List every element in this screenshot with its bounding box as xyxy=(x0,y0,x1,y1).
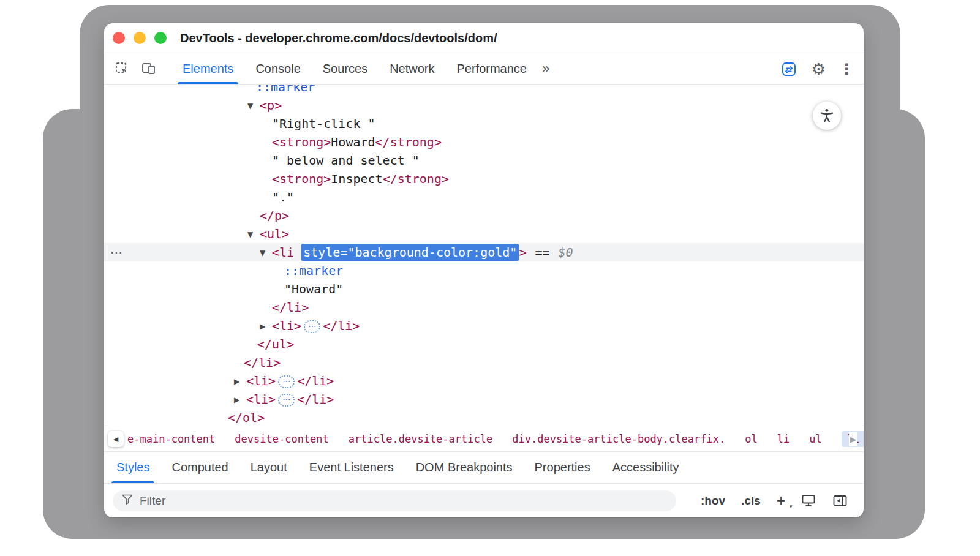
dom-node-line[interactable]: "Howard" xyxy=(104,280,864,298)
dom-node-line[interactable]: ::marker xyxy=(104,85,864,96)
dom-node-line[interactable]: ▶<li>⋯</li> xyxy=(104,372,864,390)
expand-closed-arrow-icon[interactable]: ▶ xyxy=(260,317,272,336)
panel-tab-console[interactable]: Console xyxy=(244,53,311,84)
breadcrumb-item[interactable]: devsite-content xyxy=(235,433,329,445)
close-window-button[interactable] xyxy=(113,32,125,44)
plus-icon: + xyxy=(777,492,786,509)
dom-node-line[interactable]: <strong>Inspect</strong> xyxy=(104,170,864,188)
dom-token-tag: </ol> xyxy=(228,410,265,425)
device-toolbar-icon[interactable] xyxy=(140,59,158,78)
toggle-element-state-button[interactable]: :hov xyxy=(701,494,725,508)
dom-node-line[interactable]: </ul> xyxy=(104,335,864,353)
dom-token-text: " below and select " xyxy=(272,153,420,168)
chevron-left-icon: ◀ xyxy=(113,435,118,443)
expand-open-arrow-icon[interactable]: ▼ xyxy=(247,97,260,115)
element-classes-button[interactable]: .cls xyxy=(741,494,761,508)
dom-node-line[interactable]: ▼<p> xyxy=(104,96,864,115)
zoom-window-button[interactable] xyxy=(154,32,167,44)
dom-node-line[interactable]: ▶<li>⋯</li> xyxy=(104,390,864,408)
dom-node-line[interactable]: </p> xyxy=(104,206,864,225)
dom-token-tag: <strong> xyxy=(272,171,331,186)
collapsed-content-button[interactable]: ⋯ xyxy=(304,320,320,333)
window-title: DevTools - developer.chrome.com/docs/dev… xyxy=(180,23,497,53)
dom-token-tag: <ul> xyxy=(260,227,289,241)
dom-token-eq: == xyxy=(535,245,549,260)
collapsed-content-button[interactable]: ⋯ xyxy=(278,394,295,407)
styles-filter-input[interactable] xyxy=(140,494,668,508)
dom-token-text: Inspect xyxy=(331,171,382,186)
device-toolbar-glyph xyxy=(141,62,156,75)
expand-closed-arrow-icon[interactable]: ▶ xyxy=(234,372,246,391)
dom-node-line[interactable]: "Right-click " xyxy=(104,115,864,133)
inspect-element-icon[interactable] xyxy=(113,59,131,78)
dom-token-tag: </li> xyxy=(297,374,334,388)
minimize-window-button[interactable] xyxy=(134,32,146,44)
dom-token-tag: </ul> xyxy=(257,337,294,351)
dom-node-line[interactable]: ▼<ul> xyxy=(104,225,864,243)
toggle-computed-sidebar-icon[interactable] xyxy=(832,494,848,508)
collapsed-content-button[interactable]: ⋯ xyxy=(278,375,295,388)
styles-toolbar-controls: :hov .cls + ▾ xyxy=(701,492,848,509)
breadcrumb-item[interactable]: article.devsite-article xyxy=(349,433,492,445)
more-tabs-chevron[interactable]: » xyxy=(541,60,551,77)
dom-token-hl: style="background-color:gold" xyxy=(301,244,519,261)
dom-node-line[interactable]: </li> xyxy=(104,298,864,317)
styles-filter-bar: :hov .cls + ▾ xyxy=(104,484,864,517)
breadcrumb-scroll-left-button[interactable]: ◀ xyxy=(108,431,124,447)
breadcrumb-item[interactable]: e-main-content xyxy=(127,433,215,445)
dom-token-text: "Right-click " xyxy=(272,116,375,131)
chevron-right-icon: ▶ xyxy=(850,434,856,443)
breadcrumb-list: e-main-contentdevsite-contentarticle.dev… xyxy=(104,431,864,447)
dom-node-line[interactable]: <strong>Howard</strong> xyxy=(104,133,864,151)
sync-icon[interactable] xyxy=(780,60,798,78)
dom-token-pseudo: ::marker xyxy=(256,85,315,94)
breadcrumb-item[interactable]: ol xyxy=(745,433,757,445)
dom-node-line[interactable]: " below and select " xyxy=(104,151,864,170)
screenshot-stage: DevTools - developer.chrome.com/docs/dev… xyxy=(0,0,980,556)
dom-token-tag: </strong> xyxy=(383,171,449,186)
styles-tab-properties[interactable]: Properties xyxy=(524,452,601,483)
accessibility-fab[interactable] xyxy=(813,102,841,130)
filter-input-container[interactable] xyxy=(113,490,676,511)
dom-token-pseudo: ::marker xyxy=(284,263,343,278)
styles-tab-event-listeners[interactable]: Event Listeners xyxy=(298,452,405,483)
styles-tab-styles[interactable]: Styles xyxy=(105,452,160,483)
breadcrumb-scroll-right-button[interactable]: ▶ xyxy=(849,432,858,446)
styles-tab-strip: StylesComputedLayoutEvent ListenersDOM B… xyxy=(104,451,864,484)
new-style-rule-button[interactable]: + ▾ xyxy=(777,492,786,509)
settings-gear-icon[interactable]: ⚙ xyxy=(812,61,826,77)
window-titlebar: DevTools - developer.chrome.com/docs/dev… xyxy=(104,23,864,53)
traffic-lights xyxy=(113,32,167,44)
devtools-toolbar: ElementsConsoleSourcesNetworkPerformance… xyxy=(104,53,864,85)
dom-node-line[interactable]: ⋯▼<li style="background-color:gold">==$0 xyxy=(104,243,864,261)
node-overflow-dots-icon[interactable]: ⋯ xyxy=(110,243,123,261)
dom-node-line[interactable]: </li> xyxy=(104,353,864,372)
dom-token-tag: </li> xyxy=(323,318,360,333)
dom-token-tag: > xyxy=(519,245,526,260)
styles-tab-accessibility[interactable]: Accessibility xyxy=(601,452,690,483)
panel-tab-sources[interactable]: Sources xyxy=(312,53,379,84)
dom-node-line[interactable]: ::marker xyxy=(104,261,864,280)
styles-tab-computed[interactable]: Computed xyxy=(160,452,239,483)
panel-tab-network[interactable]: Network xyxy=(379,53,445,84)
expand-open-arrow-icon[interactable]: ▼ xyxy=(247,225,260,244)
toolbar-right-icons: ⚙ ⋮ xyxy=(780,53,854,85)
dom-node-line[interactable]: ▶<li>⋯</li> xyxy=(104,317,864,335)
breadcrumb-item[interactable]: div.devsite-article-body.clearfix. xyxy=(512,433,725,445)
dom-token-tag: <li> xyxy=(272,318,301,333)
dom-token-var: $0 xyxy=(559,245,573,260)
more-options-icon[interactable]: ⋮ xyxy=(839,62,854,77)
panel-tab-performance[interactable]: Performance xyxy=(446,53,538,84)
expand-open-arrow-icon[interactable]: ▼ xyxy=(260,244,272,262)
styles-tab-layout[interactable]: Layout xyxy=(239,452,298,483)
dom-node-line[interactable]: </ol> xyxy=(104,408,864,426)
devtools-window: DevTools - developer.chrome.com/docs/dev… xyxy=(104,23,864,517)
panel-tab-elements[interactable]: Elements xyxy=(172,53,244,84)
breadcrumb-item[interactable]: li xyxy=(777,433,790,445)
breadcrumb-item[interactable]: ul xyxy=(809,433,821,445)
dom-node-line[interactable]: "." xyxy=(104,188,864,206)
styles-tab-dom-breakpoints[interactable]: DOM Breakpoints xyxy=(405,452,524,483)
expand-closed-arrow-icon[interactable]: ▶ xyxy=(234,391,246,409)
caret-down-icon: ▾ xyxy=(790,503,793,509)
rendering-emulations-icon[interactable] xyxy=(801,494,816,508)
